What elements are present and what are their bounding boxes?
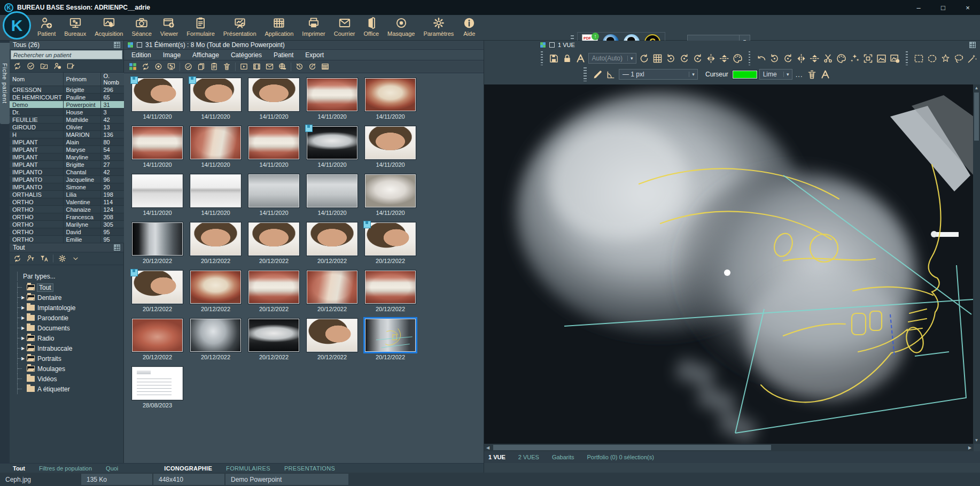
thumbnail-image-teeth-side[interactable]	[307, 271, 357, 304]
menu-catégories[interactable]: Catégories	[231, 51, 262, 59]
tab-tout[interactable]: Tout	[13, 465, 25, 472]
flip-v-icon[interactable]	[719, 53, 730, 64]
thumbnail-5[interactable]: 14/11/2020	[361, 76, 419, 125]
patient-row[interactable]: DE HEMRICOURTPauline65	[10, 94, 124, 101]
thumbnail-14[interactable]: 14/11/2020	[303, 173, 361, 221]
thumbnail-image-teeth-side[interactable]	[190, 126, 241, 159]
thumbnail-3[interactable]: 14/11/2020	[245, 76, 303, 125]
thumbnail-image-portrait-side[interactable]	[132, 271, 183, 304]
patient-row[interactable]: IMPLANTOSimone20	[10, 183, 124, 191]
copy-icon[interactable]	[197, 62, 206, 71]
viewer-tab-2-vues[interactable]: 2 VUES	[518, 454, 539, 460]
toolbar-grip[interactable]	[584, 67, 587, 81]
cursor-color-swatch[interactable]	[733, 71, 757, 79]
toolbar-button-office-door[interactable]: Office	[359, 15, 383, 41]
patient-row[interactable]: Dr.House3	[10, 109, 124, 116]
grid-icon[interactable]	[114, 244, 120, 251]
rot-reset-icon[interactable]	[639, 53, 650, 64]
thumbnail-17[interactable]: 20/12/2022	[186, 221, 245, 269]
patient-row[interactable]: ORTHOValentine114	[10, 198, 124, 206]
tree-item-intrabuccale[interactable]: ▶ Intrabuccale	[15, 343, 123, 353]
toolbar-button-mask-eye[interactable]: Masquage	[383, 15, 419, 41]
scroll-thumb[interactable]	[974, 92, 979, 141]
grid-icon[interactable]	[652, 53, 663, 64]
menu-export[interactable]: Export	[305, 51, 324, 59]
toolbar-button-desktop[interactable]: Bureaux	[60, 15, 90, 41]
minimize-button[interactable]: –	[906, 0, 931, 15]
patient-row[interactable]: ORTHOMarilyne305	[10, 221, 124, 228]
grid-icon[interactable]	[114, 42, 120, 48]
globe-minus-icon[interactable]	[278, 62, 287, 71]
vertical-scrollbar[interactable]: ▲ ▼	[973, 84, 980, 444]
grid-icon[interactable]	[969, 42, 976, 48]
thumbnail-image-xray-ceph[interactable]	[132, 222, 183, 256]
layout-grid-icon[interactable]	[127, 42, 134, 48]
thumbnail-image-model-arch[interactable]	[365, 174, 416, 207]
patient-row[interactable]: ORTHOFrancesca208	[10, 213, 124, 221]
patient-row[interactable]: DemoPowerpoint31	[10, 101, 124, 109]
rot-cw-icon[interactable]	[679, 53, 690, 64]
thumbnail-image-teeth-front[interactable]	[248, 271, 299, 304]
trash-icon[interactable]	[222, 62, 231, 71]
ceph-xray-image[interactable]	[484, 84, 974, 444]
flip-v-icon[interactable]	[809, 53, 820, 64]
thumbnail-8[interactable]: 14/11/2020	[245, 125, 303, 173]
chevron-down-icon[interactable]: ▾	[689, 72, 697, 77]
desktop-icon[interactable]	[167, 62, 176, 71]
marquee-rect-icon[interactable]	[913, 53, 924, 64]
tab-filtres-de-population[interactable]: Filtres de population	[39, 465, 92, 472]
scroll-left-icon[interactable]: ◀	[484, 445, 492, 450]
thumbnail-27[interactable]: 20/12/2022	[186, 317, 245, 365]
refresh-icon[interactable]	[13, 254, 22, 263]
toolbar-grip[interactable]	[749, 51, 751, 65]
trash-icon[interactable]	[806, 69, 818, 80]
thumbnail-20[interactable]: 20/12/2022	[361, 221, 419, 269]
patient-row[interactable]: IMPLANTAlain80	[10, 138, 124, 146]
rot-ccw-icon[interactable]	[665, 53, 676, 64]
patient-row[interactable]: CRESSONBrigitte296	[10, 86, 124, 94]
viewer-tab-gabarits[interactable]: Gabarits	[552, 454, 574, 460]
tree-item-a-tiquetter[interactable]: A étiquetter	[15, 384, 123, 394]
tree-item-radio[interactable]: ▶ Radio	[15, 333, 123, 343]
menu-image[interactable]: Image	[163, 51, 181, 59]
pencil-icon[interactable]	[592, 69, 603, 80]
thumbnail-22[interactable]: 20/12/2022	[186, 269, 245, 317]
thumbnail-28[interactable]: 20/12/2022	[245, 317, 303, 365]
patient-list-header[interactable]: Tous (26)	[10, 41, 123, 50]
cursor-color-combobox[interactable]: Lime▾	[759, 69, 792, 80]
thumbnail-image-portrait-side[interactable]	[365, 222, 416, 256]
thumbnail-image-model-gray[interactable]	[248, 174, 299, 207]
thumbnail-image-portrait-side[interactable]	[132, 78, 183, 111]
layout-grid-icon[interactable]	[540, 42, 546, 48]
thumbnail-image-model-white[interactable]	[190, 174, 241, 207]
thumbnail-7[interactable]: 14/11/2020	[186, 125, 245, 173]
horizontal-scrollbar[interactable]: ◀ ▶	[484, 444, 974, 451]
refresh-icon[interactable]	[141, 62, 150, 71]
toolbar-button-viewer-window[interactable]: Viewer	[156, 15, 182, 41]
thumbnail-image-xray-skull[interactable]	[190, 319, 241, 352]
thumbnail-image-arch-upper[interactable]	[190, 271, 241, 304]
envelope-icon[interactable]	[265, 62, 274, 71]
patient-row[interactable]: IMPLANTMaryline35	[10, 153, 124, 161]
crop-cut-icon[interactable]	[822, 53, 834, 64]
thumbnail-24[interactable]: 20/12/2022	[303, 269, 361, 317]
play-box-icon[interactable]	[239, 62, 248, 71]
patient-row[interactable]: ORTHODavid95	[10, 228, 124, 236]
thumbnail-image-portrait-side[interactable]	[307, 319, 357, 352]
menu-patient[interactable]: Patient	[274, 51, 293, 59]
save-icon[interactable]	[548, 53, 559, 64]
maximize-button[interactable]: □	[931, 0, 955, 15]
thumbnail-image-doc[interactable]	[132, 367, 183, 400]
chevron-down-icon[interactable]: ▾	[627, 56, 636, 61]
hist-back-icon[interactable]	[295, 62, 304, 71]
toolbar-button-easel-check[interactable]: Présentation	[219, 15, 261, 41]
protractor-icon[interactable]	[605, 69, 617, 80]
patient-row[interactable]: HMARION136	[10, 131, 124, 138]
thumbnail-21[interactable]: 20/12/2022	[128, 269, 186, 317]
patient-row[interactable]: ORTHOChanaize124	[10, 206, 124, 213]
flip-h-icon[interactable]	[705, 53, 717, 64]
arc-undo-icon[interactable]	[756, 53, 767, 64]
color-grid-icon[interactable]	[128, 62, 137, 71]
thumbnail-image-teeth-front[interactable]	[307, 78, 357, 111]
rot-cw-icon[interactable]	[782, 53, 794, 64]
